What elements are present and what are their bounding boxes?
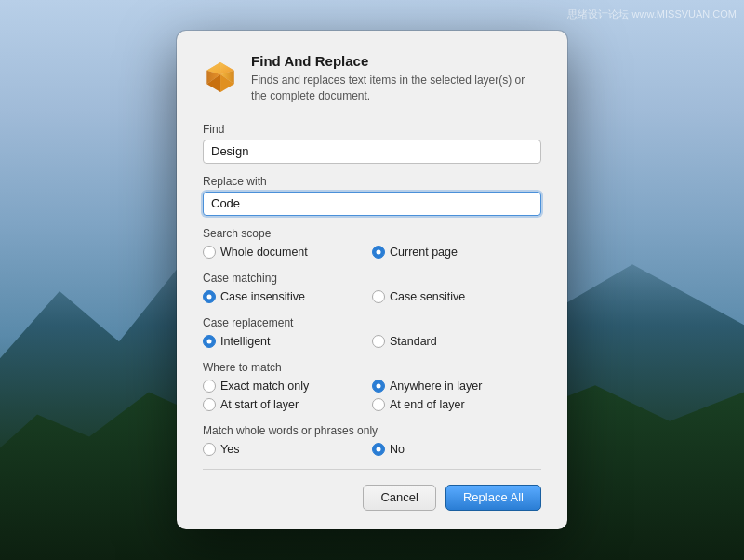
where-to-match-section: Where to match Exact match only Anywhere… bbox=[203, 361, 541, 413]
match-whole-yes-label: Yes bbox=[220, 443, 239, 456]
match-whole-group: Yes No bbox=[203, 443, 541, 458]
find-label: Find bbox=[203, 123, 541, 136]
exact-match-label: Exact match only bbox=[220, 380, 309, 393]
case-matching-label: Case matching bbox=[203, 272, 541, 285]
dialog-subtitle: Finds and replaces text items in the sel… bbox=[251, 73, 541, 104]
search-scope-whole-doc-radio[interactable] bbox=[203, 246, 216, 259]
match-whole-section: Match whole words or phrases only Yes No bbox=[203, 424, 541, 458]
start-of-layer-label: At start of layer bbox=[220, 398, 299, 411]
search-scope-current-page[interactable]: Current page bbox=[372, 246, 541, 259]
anywhere-in-layer-label: Anywhere in layer bbox=[390, 380, 482, 393]
case-sensitive-radio[interactable] bbox=[372, 290, 385, 303]
find-section: Find bbox=[203, 123, 541, 164]
end-of-layer-option[interactable]: At end of layer bbox=[372, 398, 541, 411]
case-sensitive-option[interactable]: Case sensitive bbox=[372, 290, 541, 303]
intelligent-option[interactable]: Intelligent bbox=[203, 335, 372, 348]
case-matching-section: Case matching Case insensitive Case sens… bbox=[203, 272, 541, 305]
divider bbox=[203, 469, 541, 470]
case-sensitive-label: Case sensitive bbox=[390, 290, 465, 303]
match-whole-label: Match whole words or phrases only bbox=[203, 424, 541, 437]
end-of-layer-radio[interactable] bbox=[372, 398, 385, 411]
standard-option[interactable]: Standard bbox=[372, 335, 541, 348]
dialog-header: Find And Replace Finds and replaces text… bbox=[203, 53, 541, 104]
button-row: Cancel Replace All bbox=[203, 485, 541, 511]
search-scope-section: Search scope Whole document Current page bbox=[203, 227, 541, 260]
dialog-title: Find And Replace bbox=[251, 53, 541, 69]
where-to-match-group: Exact match only Anywhere in layer At st… bbox=[203, 380, 541, 413]
exact-match-option[interactable]: Exact match only bbox=[203, 380, 372, 393]
anywhere-in-layer-radio[interactable] bbox=[372, 380, 385, 393]
anywhere-in-layer-option[interactable]: Anywhere in layer bbox=[372, 380, 541, 393]
search-scope-whole-doc-label: Whole document bbox=[220, 246, 308, 259]
find-replace-dialog: Find And Replace Finds and replaces text… bbox=[177, 31, 567, 529]
replace-label: Replace with bbox=[203, 175, 541, 188]
match-whole-no-label: No bbox=[390, 443, 405, 456]
case-replacement-label: Case replacement bbox=[203, 316, 541, 329]
cancel-button[interactable]: Cancel bbox=[363, 485, 435, 511]
match-whole-no-option[interactable]: No bbox=[372, 443, 541, 456]
search-scope-group: Whole document Current page bbox=[203, 246, 541, 260]
standard-label: Standard bbox=[390, 335, 437, 348]
case-replacement-section: Case replacement Intelligent Standard bbox=[203, 316, 541, 350]
search-scope-whole-doc[interactable]: Whole document bbox=[203, 246, 372, 259]
match-whole-yes-option[interactable]: Yes bbox=[203, 443, 372, 456]
match-whole-yes-radio[interactable] bbox=[203, 443, 216, 456]
intelligent-label: Intelligent bbox=[220, 335, 271, 348]
dialog-overlay: Find And Replace Finds and replaces text… bbox=[0, 0, 744, 560]
intelligent-radio[interactable] bbox=[203, 335, 216, 348]
exact-match-radio[interactable] bbox=[203, 380, 216, 393]
search-scope-current-page-radio[interactable] bbox=[372, 246, 385, 259]
match-whole-no-radio[interactable] bbox=[372, 443, 385, 456]
case-insensitive-option[interactable]: Case insensitive bbox=[203, 290, 372, 303]
end-of-layer-label: At end of layer bbox=[390, 398, 465, 411]
dialog-title-block: Find And Replace Finds and replaces text… bbox=[251, 53, 541, 104]
search-scope-current-page-label: Current page bbox=[390, 246, 458, 259]
replace-section: Replace with bbox=[203, 175, 541, 216]
case-insensitive-label: Case insensitive bbox=[220, 290, 305, 303]
where-to-match-label: Where to match bbox=[203, 361, 541, 374]
standard-radio[interactable] bbox=[372, 335, 385, 348]
case-insensitive-radio[interactable] bbox=[203, 290, 216, 303]
find-input[interactable] bbox=[203, 140, 541, 164]
start-of-layer-radio[interactable] bbox=[203, 398, 216, 411]
case-matching-group: Case insensitive Case sensitive bbox=[203, 290, 541, 305]
search-scope-label: Search scope bbox=[203, 227, 541, 240]
start-of-layer-option[interactable]: At start of layer bbox=[203, 398, 372, 411]
sketch-icon bbox=[203, 53, 238, 101]
replace-all-button[interactable]: Replace All bbox=[445, 485, 541, 511]
case-replacement-group: Intelligent Standard bbox=[203, 335, 541, 350]
replace-input[interactable] bbox=[203, 192, 541, 216]
